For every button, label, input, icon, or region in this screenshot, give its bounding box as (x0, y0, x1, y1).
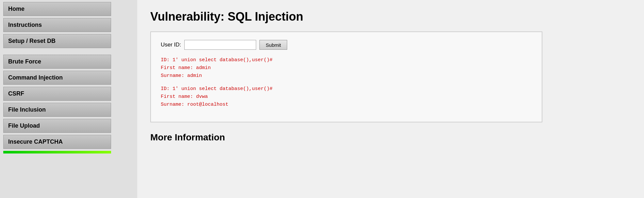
result-2-first: First name: dvwa (161, 93, 532, 101)
result-1-id: ID: 1' union select database(),user()# (161, 56, 532, 64)
sidebar-item-file-inclusion[interactable]: File Inclusion (3, 103, 111, 117)
form-row: User ID: Submit (161, 40, 532, 50)
sidebar-item-setup-reset-db[interactable]: Setup / Reset DB (3, 34, 111, 48)
result-1-first: First name: admin (161, 64, 532, 72)
sidebar-item-csrf[interactable]: CSRF (3, 87, 111, 101)
sidebar: Home Instructions Setup / Reset DB Brute… (0, 0, 137, 198)
form-box: User ID: Submit ID: 1' union select data… (150, 31, 542, 122)
sidebar-item-insecure-captcha[interactable]: Insecure CAPTCHA (3, 135, 111, 149)
more-info-title: More Information (150, 132, 631, 143)
result-1-surname: Surname: admin (161, 72, 532, 80)
sidebar-item-command-injection[interactable]: Command Injection (3, 71, 111, 85)
sidebar-group-1: Home Instructions Setup / Reset DB (0, 2, 137, 48)
result-2-id: ID: 1' union select database(),user()# (161, 85, 532, 93)
submit-button[interactable]: Submit (259, 40, 287, 50)
user-id-label: User ID: (161, 42, 181, 48)
sidebar-item-brute-force[interactable]: Brute Force (3, 55, 111, 69)
result-block-2: ID: 1' union select database(),user()# F… (161, 85, 532, 109)
sidebar-item-file-upload[interactable]: File Upload (3, 119, 111, 133)
user-id-input[interactable] (184, 40, 256, 50)
result-block-1: ID: 1' union select database(),user()# F… (161, 56, 532, 80)
page-title: Vulnerability: SQL Injection (150, 10, 631, 24)
main-content: Vulnerability: SQL Injection User ID: Su… (137, 0, 644, 198)
sidebar-group-2: Brute Force Command Injection CSRF File … (0, 55, 137, 149)
progress-bar (3, 151, 111, 153)
sidebar-item-instructions[interactable]: Instructions (3, 18, 111, 32)
result-2-surname: Surname: root@localhost (161, 101, 532, 109)
sidebar-item-home[interactable]: Home (3, 2, 111, 16)
